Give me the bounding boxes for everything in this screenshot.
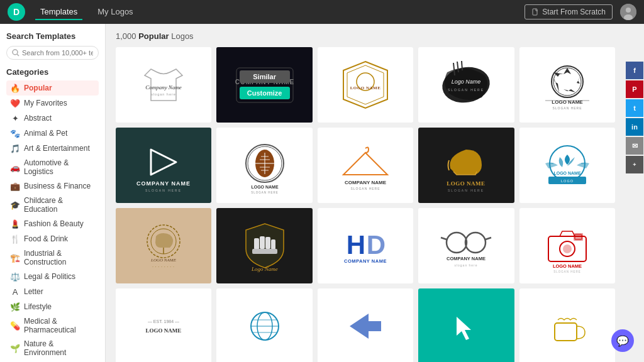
top-nav: D Templates My Logos Start From Scratch [0, 0, 644, 24]
app-logo[interactable]: D [8, 3, 25, 21]
sidebar-item-business-finance[interactable]: 💼Business & Finance [6, 178, 99, 194]
sidebar-item-my-favorites[interactable]: ❤️My Favorites [6, 96, 99, 111]
logo-card-14[interactable]: COMPANY NAME slogan here Similar Customi… [418, 208, 514, 283]
customize-button-17[interactable]: Customize [240, 328, 290, 341]
sidebar-item-childcare[interactable]: 🎓Childcare & Education [6, 194, 99, 216]
similar-button-9[interactable]: Similar [441, 151, 491, 163]
logo-card-20[interactable]: Similar Customize [519, 288, 615, 362]
similar-button-4[interactable]: Similar [441, 70, 491, 83]
logo-card-18[interactable]: Similar Customize [318, 288, 413, 362]
sidebar-item-nature[interactable]: 🌱Nature & Environment [6, 337, 99, 359]
logo-card-1[interactable]: Company Name slogan here Similar Customi… [116, 47, 211, 123]
sidebar-item-lifestyle[interactable]: 🌿Lifestyle [6, 299, 99, 314]
customize-button-3[interactable]: Customize [340, 87, 391, 99]
similar-button-2[interactable]: Similar [240, 70, 290, 83]
share-button[interactable]: + [626, 156, 643, 173]
pinterest-button[interactable]: P [626, 80, 643, 98]
similar-button-16[interactable]: Similar [138, 312, 189, 324]
logo-card-13[interactable]: H D COMPANY NAME Similar Customize [318, 208, 413, 283]
sidebar-item-nonprofit[interactable]: 🎗️Non-Profit [6, 359, 99, 362]
similar-button-17[interactable]: Similar [240, 312, 290, 324]
chat-button[interactable]: 💬 [611, 329, 634, 352]
customize-button-1[interactable]: Customize [138, 87, 189, 99]
logo-card-3[interactable]: LOGO NAME Similar Customize [318, 47, 413, 123]
linkedin-button[interactable]: in [626, 118, 643, 136]
sidebar-item-letter[interactable]: ALetter [6, 284, 99, 299]
cat-label-art-entertainment: Art & Entertainment [24, 144, 90, 153]
customize-button-18[interactable]: Customize [340, 328, 391, 341]
sidebar-item-industrial[interactable]: 🏗️Industrial & Construction [6, 246, 99, 269]
logo-card-7[interactable]: LOGO NAME SLOGAN HERE Similar Customize [216, 128, 312, 203]
tab-my-logos[interactable]: My Logos [92, 4, 138, 20]
sidebar-item-art-entertainment[interactable]: 🎵Art & Entertainment [6, 141, 99, 156]
customize-button-2[interactable]: Customize [240, 87, 290, 99]
similar-button-11[interactable]: Similar [138, 231, 189, 244]
customize-button-11[interactable]: Customize [138, 248, 189, 260]
similar-button-6[interactable]: Similar [138, 151, 189, 163]
logo-card-11[interactable]: LOGO NAME - - - - - - - - Similar Custom… [116, 208, 211, 283]
sidebar-item-automotive[interactable]: 🚗Automotive & Logistics [6, 156, 99, 178]
logo-card-5[interactable]: LOGO NAME SLOGAN HERE Similar Customize [519, 47, 615, 123]
similar-button-10[interactable]: Similar [542, 151, 592, 163]
customize-button-12[interactable]: Customize [240, 248, 290, 260]
similar-button-12[interactable]: Similar [240, 231, 290, 244]
sidebar-item-popular[interactable]: 🔥Popular [6, 80, 99, 96]
sidebar-item-fashion[interactable]: 💄Fashion & Beauty [6, 216, 99, 231]
customize-button-14[interactable]: Customize [441, 248, 491, 260]
start-from-scratch-button[interactable]: Start From Scratch [525, 4, 613, 19]
customize-button-7[interactable]: Customize [240, 167, 290, 180]
logo-card-6[interactable]: COMPANY NAME SLOGAN HERE Similar Customi… [116, 128, 211, 203]
logo-card-2[interactable]: COMPANY NAME COM slogan here Similar Cus… [216, 47, 312, 123]
logo-card-8[interactable]: COMPANY NAME SLOGAN HERE Similar Customi… [318, 128, 413, 203]
search-box[interactable] [6, 46, 99, 60]
similar-button-13[interactable]: Similar [340, 231, 391, 244]
customize-button-8[interactable]: Customize [340, 167, 391, 180]
logo-card-15[interactable]: LOGO NAME SLOGAN HERE Similar Customize [519, 208, 615, 283]
similar-button-8[interactable]: Similar [340, 151, 391, 163]
logo-card-19[interactable]: Similar Customize [418, 288, 514, 362]
sidebar-item-legal[interactable]: ⚖️Legal & Politics [6, 269, 99, 284]
search-input[interactable] [22, 49, 93, 57]
logo-card-12[interactable]: Logo Name Similar Customize [216, 208, 312, 283]
similar-button-14[interactable]: Similar [441, 231, 491, 244]
similar-button-7[interactable]: Similar [240, 151, 290, 163]
user-avatar[interactable] [620, 4, 636, 20]
cat-icon-nature: 🌱 [10, 343, 20, 353]
similar-button-3[interactable]: Similar [340, 70, 391, 83]
email-button[interactable]: ✉ [626, 137, 643, 155]
customize-button-20[interactable]: Customize [542, 328, 592, 341]
similar-button-15[interactable]: Similar [542, 231, 592, 244]
sidebar-item-abstract[interactable]: ✦Abstract [6, 111, 99, 126]
search-section-title: Search Templates [6, 31, 99, 41]
logo-card-17[interactable]: Similar Customize [216, 288, 312, 362]
cat-label-fashion: Fashion & Beauty [24, 219, 84, 228]
similar-button-1[interactable]: Similar [138, 70, 189, 83]
similar-button-5[interactable]: Similar [542, 70, 592, 83]
sidebar-item-food-drink[interactable]: 🍴Food & Drink [6, 231, 99, 246]
cat-label-popular: Popular [24, 84, 52, 92]
twitter-button[interactable]: t [626, 99, 643, 117]
customize-button-19[interactable]: Customize [441, 328, 491, 341]
customize-button-15[interactable]: Customize [542, 248, 592, 260]
facebook-button[interactable]: f [626, 62, 643, 79]
tab-templates[interactable]: Templates [35, 4, 82, 20]
cat-label-abstract: Abstract [24, 114, 52, 123]
similar-button-20[interactable]: Similar [542, 312, 592, 324]
file-icon [531, 8, 539, 16]
customize-button-4[interactable]: Customize [441, 87, 491, 99]
logo-card-16[interactable]: — EST. 1984 — LOGO NAME Similar Customiz… [116, 288, 211, 362]
similar-button-18[interactable]: Similar [340, 312, 391, 324]
customize-button-13[interactable]: Customize [340, 248, 391, 260]
customize-button-6[interactable]: Customize [138, 167, 189, 180]
sidebar-item-medical[interactable]: 💊Medical & Pharmaceutical [6, 314, 99, 337]
logo-card-10[interactable]: LOGO NAME LOGO Similar Customize [519, 128, 615, 203]
customize-button-16[interactable]: Customize [138, 328, 189, 341]
customize-button-9[interactable]: Customize [441, 167, 491, 180]
customize-button-5[interactable]: Customize [542, 87, 592, 99]
logo-card-9[interactable]: LOGO NAME SLOGAN HERE Similar Customize [418, 128, 514, 203]
cat-icon-business-finance: 💼 [10, 181, 20, 191]
customize-button-10[interactable]: Customize [542, 167, 592, 180]
sidebar-item-animal-pet[interactable]: 🐾Animal & Pet [6, 126, 99, 141]
similar-button-19[interactable]: Similar [441, 312, 491, 324]
logo-card-4[interactable]: Logo Name SLOGAN HERE Similar Customize [418, 47, 514, 123]
